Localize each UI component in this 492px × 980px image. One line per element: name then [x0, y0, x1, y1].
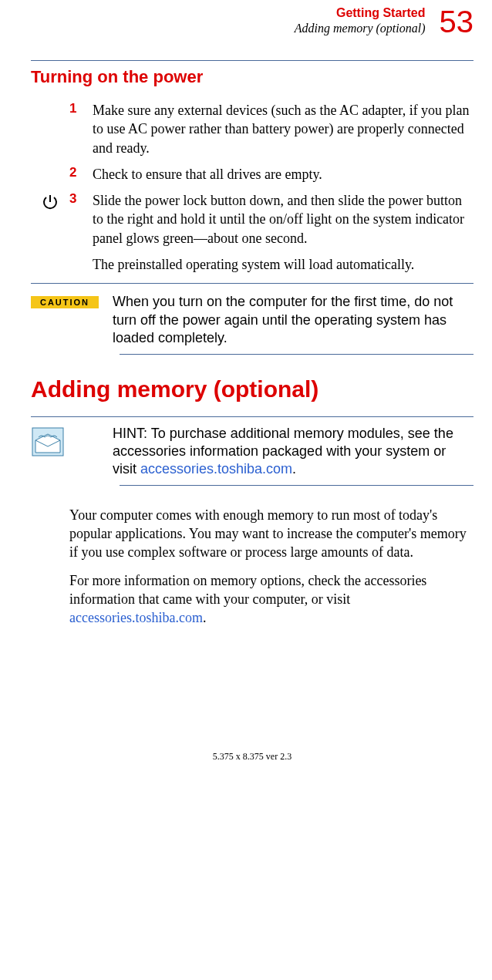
step-text: Make sure any external devices (such as … — [93, 101, 473, 157]
divider — [120, 485, 473, 486]
page-number: 53 — [440, 6, 474, 37]
step-text: Check to ensure that all drives are empt… — [93, 165, 473, 184]
step-2: 2 Check to ensure that all drives are em… — [31, 165, 473, 184]
chapter-title: Getting Started — [295, 6, 426, 20]
divider — [31, 416, 473, 417]
divider — [120, 354, 473, 355]
hint-block: HINT: To purchase additional memory modu… — [31, 425, 473, 479]
hint-icon — [31, 426, 65, 460]
section-heading-memory: Adding memory (optional) — [31, 376, 473, 402]
step-text: Slide the power lock button down, and th… — [93, 191, 473, 248]
step-number: 2 — [69, 165, 93, 180]
power-icon — [41, 193, 59, 214]
step-1: 1 Make sure any external devices (such a… — [31, 101, 473, 157]
p2-link[interactable]: accessories.toshiba.com — [69, 610, 203, 625]
p2-prefix: For more information on memory options, … — [69, 573, 426, 607]
hint-text: HINT: To purchase additional memory modu… — [113, 425, 473, 479]
body-paragraph-1: Your computer comes with enough memory t… — [69, 506, 473, 562]
page-header: Getting Started Adding memory (optional)… — [31, 6, 473, 37]
step-number: 1 — [69, 101, 93, 116]
step-followup: The preinstalled operating system will l… — [93, 255, 473, 274]
hint-link[interactable]: accessories.toshiba.com — [140, 461, 292, 477]
divider — [31, 60, 473, 61]
section-heading-power: Turning on the power — [31, 67, 473, 87]
caution-block: CAUTION When you turn on the computer fo… — [31, 293, 473, 347]
hint-suffix: . — [292, 461, 296, 477]
divider — [31, 283, 473, 284]
step-3: 3 Slide the power lock button down, and … — [31, 191, 473, 248]
header-section: Adding memory (optional) — [295, 22, 426, 35]
body-paragraph-2: For more information on memory options, … — [69, 571, 473, 628]
caution-label: CAUTION — [31, 296, 99, 308]
page-footer: 5.375 x 8.375 ver 2.3 — [31, 751, 473, 763]
step-number: 3 — [69, 191, 93, 207]
p2-suffix: . — [203, 610, 207, 625]
caution-text: When you turn on the computer for the fi… — [113, 293, 473, 347]
